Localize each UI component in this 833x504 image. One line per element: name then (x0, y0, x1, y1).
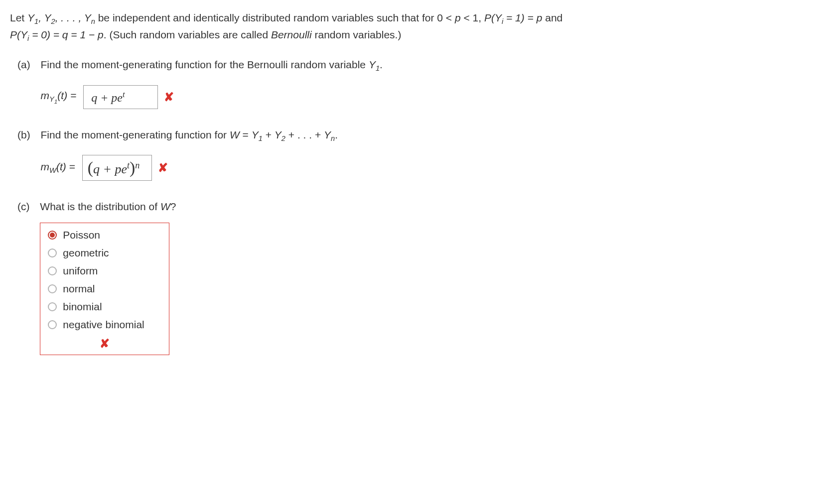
part-b-content: Find the moment-generating function for … (41, 129, 817, 181)
part-b-question: Find the moment-generating function for … (41, 129, 338, 140)
radio-button[interactable] (48, 320, 57, 329)
radio-button[interactable] (48, 231, 57, 240)
part-a-content: Find the moment-generating function for … (41, 59, 817, 109)
radio-option-normal[interactable]: normal (48, 283, 161, 295)
part-b-answer-input[interactable]: (q + pet)n (82, 155, 152, 181)
radio-label: Poisson (63, 229, 100, 241)
radio-button[interactable] (48, 249, 57, 257)
intro-text-3: < 1, (461, 12, 484, 23)
part-c: (c) What is the distribution of W? Poiss… (17, 201, 823, 355)
part-b-label: (b) (17, 129, 30, 141)
part-a-label: (a) (17, 59, 30, 71)
part-a-answer-input[interactable]: q + pet (83, 85, 158, 109)
radio-option-binomial[interactable]: binomial (48, 301, 161, 313)
intro-text-4: and (542, 12, 562, 23)
intro-p: p (455, 12, 461, 23)
part-c-question: What is the distribution of W? (40, 201, 176, 212)
part-a-answer-label: mY1(t) = (41, 90, 80, 105)
part-c-content: What is the distribution of W? Poisson g… (40, 201, 816, 355)
incorrect-icon: ✘ (158, 161, 168, 175)
intro-bernoulli: Bernoulli (271, 29, 312, 40)
part-b-answer-label: mW(t) = (41, 161, 78, 174)
intro-text-2: be independent and identically distribut… (95, 12, 455, 23)
intro-prob1: P(Yi = 1) = p (484, 12, 543, 23)
incorrect-icon: ✘ (100, 337, 110, 351)
part-a-answer-row: mY1(t) = q + pet ✘ (41, 85, 817, 109)
part-c-feedback: ✘ (48, 337, 161, 351)
intro-text-1: Let (10, 12, 27, 23)
intro-vars: Y1, Y2, . . . , Yn (27, 12, 95, 23)
part-c-label: (c) (17, 201, 30, 213)
radio-option-uniform[interactable]: uniform (48, 265, 161, 277)
radio-option-poisson[interactable]: Poisson (48, 229, 161, 241)
part-b: (b) Find the moment-generating function … (17, 129, 823, 181)
radio-label: uniform (63, 265, 98, 277)
part-b-answer-row: mW(t) = (q + pet)n ✘ (41, 155, 817, 181)
radio-button[interactable] (48, 284, 57, 293)
part-a-question: Find the moment-generating function for … (41, 59, 383, 70)
radio-label: geometric (63, 247, 109, 259)
radio-option-negative-binomial[interactable]: negative binomial (48, 319, 161, 331)
radio-label: negative binomial (63, 319, 144, 331)
part-c-radio-group: Poisson geometric uniform normal binomia… (40, 223, 169, 355)
intro-text-6: random variables.) (312, 29, 402, 40)
incorrect-icon: ✘ (164, 90, 174, 104)
problem-intro: Let Y1, Y2, . . . , Yn be independent an… (10, 10, 823, 44)
intro-text-5: . (Such random variables are called (104, 29, 271, 40)
radio-button[interactable] (48, 266, 57, 275)
radio-option-geometric[interactable]: geometric (48, 247, 161, 259)
intro-prob2: P(Yi = 0) = q = 1 − p (10, 29, 104, 40)
radio-button[interactable] (48, 302, 57, 311)
radio-label: normal (63, 283, 95, 295)
radio-label: binomial (63, 301, 102, 313)
part-a: (a) Find the moment-generating function … (17, 59, 823, 109)
